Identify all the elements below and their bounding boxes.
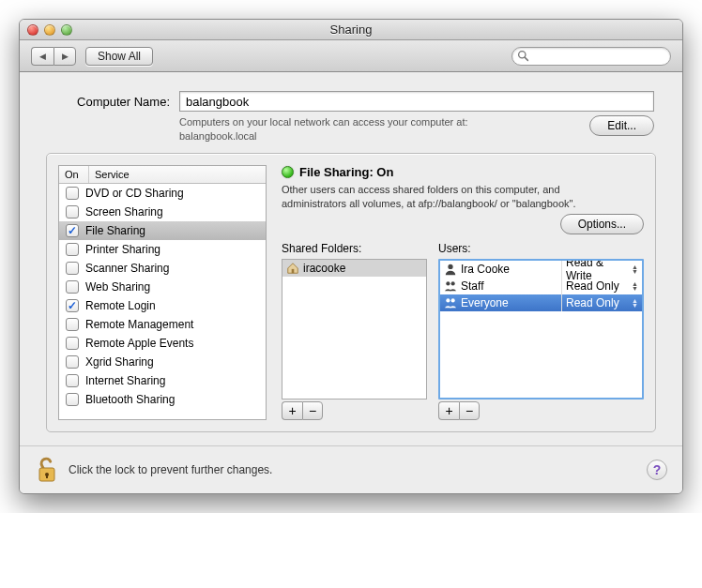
service-label: Remote Apple Events: [85, 337, 193, 350]
service-checkbox[interactable]: [66, 393, 79, 406]
service-label: Internet Sharing: [85, 374, 165, 387]
service-checkbox[interactable]: [66, 262, 79, 275]
service-label: DVD or CD Sharing: [85, 187, 184, 200]
folders-controls: + −: [282, 401, 427, 420]
shared-folders-col: Shared Folders: iracooke + −: [282, 242, 427, 420]
users-controls: + −: [438, 401, 644, 420]
service-row[interactable]: Remote Management: [59, 315, 266, 334]
toolbar: ◀ ▶ Show All: [20, 40, 682, 72]
service-label: Remote Login: [85, 299, 156, 312]
options-row: Options...: [282, 214, 644, 234]
service-label: Xgrid Sharing: [85, 355, 154, 369]
close-button[interactable]: [27, 24, 38, 36]
service-label: Scanner Sharing: [85, 262, 169, 275]
service-checkbox[interactable]: [66, 187, 79, 200]
service-checkbox[interactable]: [66, 374, 79, 387]
folder-name: iracooke: [303, 262, 345, 275]
service-checkbox[interactable]: [66, 355, 79, 369]
col-on[interactable]: On: [59, 166, 89, 183]
hint-line1: Computers on your local network can acce…: [179, 116, 468, 128]
svg-point-6: [446, 299, 450, 303]
user-permission[interactable]: Read Only: [566, 296, 619, 309]
service-checkbox[interactable]: [66, 243, 79, 256]
search-input[interactable]: [511, 47, 671, 66]
home-icon: [286, 262, 299, 275]
service-row[interactable]: File Sharing: [59, 221, 266, 240]
user-row[interactable]: EveryoneRead Only▲▼: [440, 294, 642, 311]
status-desc: Other users can access shared folders on…: [282, 183, 582, 211]
lock-icon[interactable]: [35, 456, 59, 484]
computer-name-hint-row: Computers on your local network can acce…: [179, 115, 654, 143]
svg-rect-2: [292, 269, 295, 273]
service-checkbox[interactable]: [66, 280, 79, 294]
service-checkbox[interactable]: [66, 318, 79, 331]
nav-segmented: ◀ ▶: [31, 47, 76, 66]
shared-folders-label: Shared Folders:: [282, 242, 427, 255]
zoom-button[interactable]: [61, 24, 72, 36]
col-service[interactable]: Service: [89, 166, 266, 183]
stepper-icon[interactable]: ▲▼: [632, 281, 638, 291]
service-row[interactable]: Scanner Sharing: [59, 259, 266, 278]
service-row[interactable]: Bluetooth Sharing: [59, 390, 266, 409]
service-label: Screen Sharing: [85, 205, 163, 219]
shared-folders-list[interactable]: iracooke: [282, 259, 427, 400]
services-body: DVD or CD SharingScreen SharingFile Shar…: [59, 184, 266, 420]
svg-point-4: [446, 282, 450, 286]
service-checkbox[interactable]: [66, 337, 79, 350]
folders-users-row: Shared Folders: iracooke + − Users: Ira …: [282, 242, 644, 420]
hint-line2: balangbook.local: [179, 130, 257, 142]
status-title: File Sharing: On: [299, 165, 393, 179]
add-folder-button[interactable]: +: [282, 401, 302, 420]
group-icon: [444, 279, 457, 293]
service-row[interactable]: Printer Sharing: [59, 240, 266, 259]
service-row[interactable]: Screen Sharing: [59, 203, 266, 221]
service-row[interactable]: DVD or CD Sharing: [59, 184, 266, 203]
service-detail: File Sharing: On Other users can access …: [282, 165, 644, 421]
titlebar: Sharing: [20, 20, 682, 40]
folder-row[interactable]: iracooke: [282, 260, 426, 277]
user-permission[interactable]: Read Only: [566, 279, 619, 293]
user-row[interactable]: StaffRead Only▲▼: [440, 278, 642, 294]
user-name: Everyone: [461, 296, 509, 309]
service-row[interactable]: Xgrid Sharing: [59, 353, 266, 371]
computer-name-input[interactable]: [179, 91, 654, 112]
window-controls: [27, 24, 72, 36]
service-row[interactable]: Remote Login: [59, 296, 266, 315]
svg-point-3: [448, 264, 452, 269]
preferences-window: Sharing ◀ ▶ Show All Computer Name: Comp…: [19, 19, 683, 494]
services-header: On Service: [59, 166, 266, 184]
users-list[interactable]: Ira CookeRead & Write▲▼StaffRead Only▲▼E…: [438, 259, 644, 400]
footer-text: Click the lock to prevent further change…: [69, 463, 272, 476]
show-all-button[interactable]: Show All: [85, 47, 153, 66]
content-area: Computer Name: Computers on your local n…: [20, 72, 682, 445]
options-button[interactable]: Options...: [560, 214, 644, 234]
stepper-icon[interactable]: ▲▼: [632, 298, 638, 308]
window-title: Sharing: [20, 23, 682, 37]
users-col: Users: Ira CookeRead & Write▲▼StaffRead …: [438, 242, 644, 420]
add-user-button[interactable]: +: [438, 401, 459, 420]
back-button[interactable]: ◀: [31, 47, 53, 66]
service-row[interactable]: Remote Apple Events: [59, 334, 266, 353]
minimize-button[interactable]: [44, 24, 55, 36]
stepper-icon[interactable]: ▲▼: [632, 264, 638, 274]
service-row[interactable]: Internet Sharing: [59, 371, 266, 390]
user-name: Staff: [461, 279, 483, 293]
remove-user-button[interactable]: −: [459, 401, 480, 420]
service-row[interactable]: Web Sharing: [59, 278, 266, 296]
forward-button[interactable]: ▶: [53, 47, 76, 66]
service-checkbox[interactable]: [66, 224, 79, 237]
service-checkbox[interactable]: [66, 299, 79, 312]
edit-name-button[interactable]: Edit...: [589, 115, 654, 136]
person-icon: [444, 263, 457, 276]
svg-point-7: [451, 299, 455, 303]
user-row[interactable]: Ira CookeRead & Write▲▼: [440, 261, 642, 278]
service-label: Web Sharing: [85, 280, 150, 294]
service-checkbox[interactable]: [66, 205, 79, 219]
services-panel: On Service DVD or CD SharingScreen Shari…: [46, 153, 656, 433]
status-dot-icon: [282, 166, 294, 178]
status-row: File Sharing: On: [282, 165, 644, 179]
remove-folder-button[interactable]: −: [302, 401, 323, 420]
service-label: Bluetooth Sharing: [85, 393, 175, 406]
help-button[interactable]: ?: [647, 460, 667, 480]
services-list: On Service DVD or CD SharingScreen Shari…: [58, 165, 267, 421]
